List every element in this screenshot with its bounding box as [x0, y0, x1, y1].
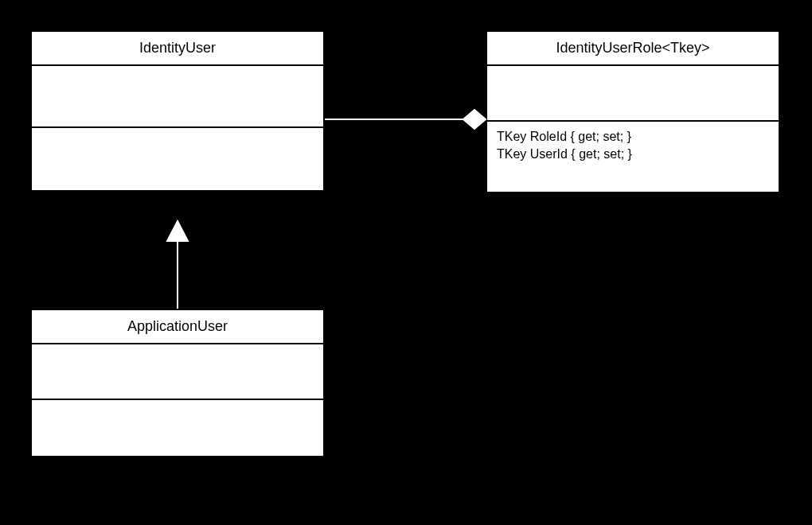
class-operations: TKey RoleId { get; set; } TKey UserId { … — [487, 122, 779, 192]
class-attributes — [32, 66, 323, 128]
class-application-user: ApplicationUser — [30, 309, 325, 457]
class-attributes — [32, 344, 323, 400]
class-title: IdentityUserRole<Tkey> — [487, 32, 779, 66]
class-identity-user: IdentityUser — [30, 30, 325, 192]
class-title: ApplicationUser — [32, 310, 323, 344]
operation-row: TKey UserId { get; set; } — [497, 146, 769, 163]
class-operations — [32, 128, 323, 190]
class-operations — [32, 400, 323, 456]
class-title: IdentityUser — [32, 32, 323, 66]
operation-row: TKey RoleId { get; set; } — [497, 128, 769, 146]
svg-marker-3 — [463, 110, 486, 129]
class-attributes — [487, 66, 779, 122]
aggregation-connector — [325, 110, 486, 129]
class-identity-user-role: IdentityUserRole<Tkey> TKey RoleId { get… — [486, 30, 780, 193]
svg-marker-1 — [167, 221, 188, 241]
inheritance-connector — [167, 221, 188, 309]
